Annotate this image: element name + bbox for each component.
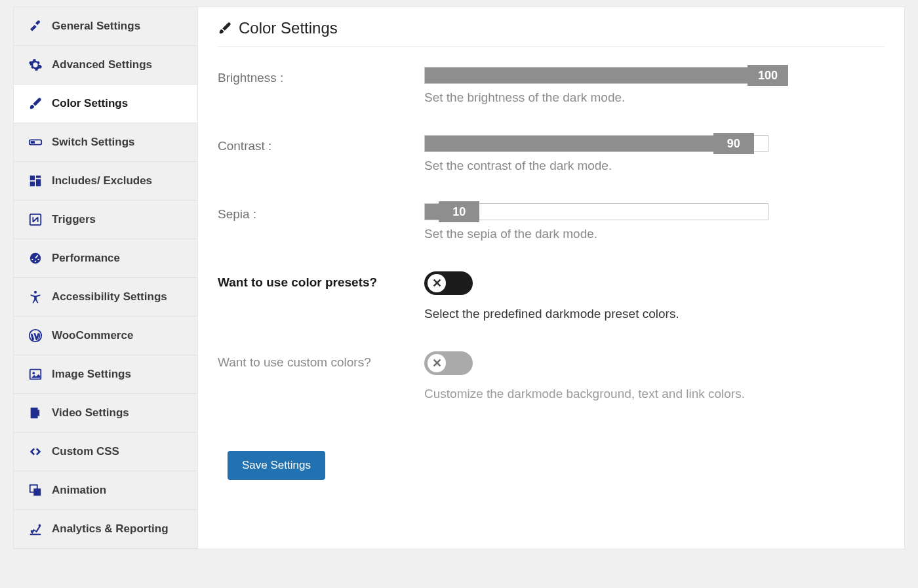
sidebar-item-label: Animation [52,484,183,497]
sidebar-item-label: Performance [52,252,183,265]
help-sepia: Set the sepia of the dark mode. [424,227,870,241]
slider-handle-sepia[interactable]: 10 [439,201,479,222]
app-root: General SettingsAdvanced SettingsColor S… [13,7,905,549]
row-custom-colors: Want to use custom colors? ✕ Customize t… [218,351,885,401]
help-presets: Select the predefined darkmode preset co… [424,307,870,321]
slider-handle-brightness[interactable]: 100 [748,65,788,86]
svg-point-19 [39,524,41,527]
svg-rect-1 [31,141,35,144]
label-custom-colors: Want to use custom colors? [218,351,424,370]
sidebar-item-label: Switch Settings [52,136,183,149]
page-title: Color Settings [239,19,338,37]
control-presets: ✕ Select the predefined darkmode preset … [424,271,870,321]
sidebar-item-video-settings[interactable]: Video Settings [14,394,197,433]
row-sepia: Sepia : 10 Set the sepia of the dark mod… [218,203,885,241]
slider-sepia[interactable]: 10 [424,203,768,220]
animation-icon [28,483,43,498]
sidebar-item-accessibility-settings[interactable]: Accessibility Settings [14,278,197,317]
sidebar-item-triggers[interactable]: Triggers [14,201,197,239]
sidebar-item-label: Triggers [52,213,183,226]
close-icon: ✕ [428,354,446,372]
page-header: Color Settings [218,19,885,47]
svg-rect-17 [33,488,41,496]
gear-icon [28,58,43,72]
svg-point-9 [35,260,36,262]
label-brightness: Brightness : [218,67,424,85]
svg-rect-5 [30,182,35,186]
code-icon [28,444,43,459]
sidebar-item-label: WooCommerce [52,329,183,342]
sidebar-item-woocommerce[interactable]: WooCommerce [14,317,197,355]
slider-fill-brightness [425,68,768,83]
sidebar-item-label: Advanced Settings [52,58,183,71]
switch-icon [28,135,43,149]
save-settings-button[interactable]: Save Settings [228,451,325,480]
sidebar-item-label: Color Settings [52,97,183,110]
sidebar-item-performance[interactable]: Performance [14,239,197,278]
wordpress-icon [28,328,43,343]
svg-rect-3 [36,176,41,178]
svg-point-11 [34,291,37,294]
close-icon: ✕ [428,274,446,292]
sidebar-item-includes-excludes[interactable]: Includes/ Excludes [14,162,197,201]
image-icon [28,367,43,382]
sidebar-item-label: Includes/ Excludes [52,174,183,187]
svg-point-8 [31,259,33,260]
control-contrast: 90 Set the contrast of the dark mode. [424,135,870,173]
sidebar-item-label: Video Settings [52,406,183,420]
sidebar-item-label: Analytics & Reporting [52,522,183,536]
sidebar-item-label: General Settings [52,20,183,33]
settings-form: Brightness : 100 Set the brightness of t… [218,67,885,480]
sidebar-item-advanced-settings[interactable]: Advanced Settings [14,46,197,85]
svg-point-10 [37,259,39,260]
sidebar-item-label: Custom CSS [52,445,183,458]
accessibility-icon [28,290,43,304]
row-presets: Want to use color presets? ✕ Select the … [218,271,885,321]
settings-sidebar: General SettingsAdvanced SettingsColor S… [14,7,197,549]
row-contrast: Contrast : 90 Set the contrast of the da… [218,135,885,173]
svg-rect-4 [36,179,41,186]
control-custom-colors: ✕ Customize the darkmode background, tex… [424,351,870,401]
sidebar-item-color-settings[interactable]: Color Settings [14,85,197,123]
toggle-custom-colors[interactable]: ✕ [424,351,473,375]
slider-brightness[interactable]: 100 [424,67,768,84]
sidebar-item-animation[interactable]: Animation [14,471,197,510]
sidebar-item-image-settings[interactable]: Image Settings [14,355,197,394]
brush-icon [28,96,43,111]
label-contrast: Contrast : [218,135,424,153]
svg-rect-2 [30,176,35,180]
help-contrast: Set the contrast of the dark mode. [424,159,870,173]
label-presets: Want to use color presets? [218,271,424,290]
label-sepia: Sepia : [218,203,424,222]
slider-contrast[interactable]: 90 [424,135,768,152]
sidebar-item-analytics-reporting[interactable]: Analytics & Reporting [14,510,197,549]
svg-rect-15 [31,408,38,419]
sidebar-item-label: Accessibility Settings [52,290,183,304]
control-brightness: 100 Set the brightness of the dark mode. [424,67,870,105]
gauge-icon [28,251,43,265]
trigger-icon [28,212,43,227]
control-sepia: 10 Set the sepia of the dark mode. [424,203,870,241]
sidebar-item-custom-css[interactable]: Custom CSS [14,433,197,471]
row-brightness: Brightness : 100 Set the brightness of t… [218,67,885,105]
sidebar-item-general-settings[interactable]: General Settings [14,7,197,46]
wrench-icon [28,19,43,33]
toggle-presets[interactable]: ✕ [424,271,473,295]
analytics-icon [28,522,43,536]
svg-point-14 [32,372,35,374]
slider-handle-contrast[interactable]: 90 [713,133,754,154]
sidebar-item-switch-settings[interactable]: Switch Settings [14,123,197,162]
brush-icon [218,21,232,35]
sidebar-item-label: Image Settings [52,368,183,381]
main-panel: Color Settings Brightness : 100 Set the … [197,7,904,549]
help-brightness: Set the brightness of the dark mode. [424,90,870,105]
slider-fill-contrast [425,136,734,151]
grid-icon [28,174,43,188]
video-icon [28,406,43,420]
help-custom-colors: Customize the darkmode background, text … [424,387,870,401]
svg-point-18 [31,530,33,533]
